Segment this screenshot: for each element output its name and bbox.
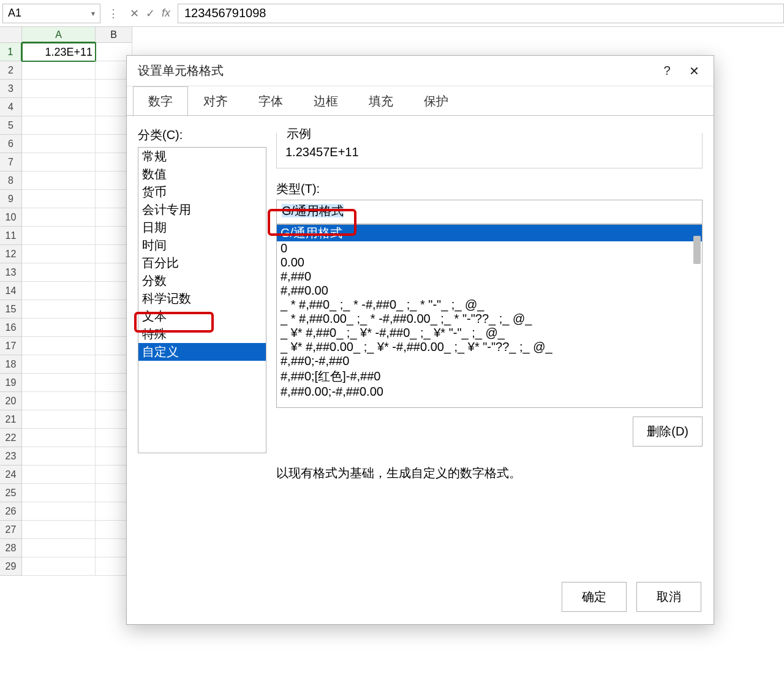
tab-对齐[interactable]: 对齐 [188, 86, 243, 116]
row-header-10[interactable]: 10 [0, 208, 22, 227]
cell-a8[interactable] [22, 172, 96, 190]
format-item[interactable]: _ * #,##0.00_ ;_ * -#,##0.00_ ;_ * "-"??… [277, 312, 702, 326]
row-header-27[interactable]: 27 [0, 521, 22, 539]
dialog-titlebar[interactable]: 设置单元格格式 ? ✕ [127, 56, 714, 86]
format-item[interactable]: #,##0 [277, 270, 702, 284]
cell-a17[interactable] [22, 337, 96, 355]
cell-a7[interactable] [22, 153, 96, 172]
cell-a5[interactable] [22, 116, 96, 135]
column-header-b[interactable]: B [96, 27, 132, 43]
tab-边框[interactable]: 边框 [298, 86, 353, 116]
tab-填充[interactable]: 填充 [353, 86, 409, 116]
row-header-7[interactable]: 7 [0, 153, 22, 172]
column-header-a[interactable]: A [22, 27, 96, 43]
cancel-icon[interactable]: ✕ [126, 6, 142, 21]
cell-a2[interactable] [22, 61, 96, 80]
cell-a28[interactable] [22, 539, 96, 557]
row-header-28[interactable]: 28 [0, 539, 22, 557]
format-item[interactable]: 0.00 [277, 255, 702, 270]
row-header-12[interactable]: 12 [0, 245, 22, 263]
cell-a23[interactable] [22, 447, 96, 466]
format-list[interactable]: G/通用格式00.00#,##0#,##0.00_ * #,##0_ ;_ * … [276, 224, 703, 408]
category-item[interactable]: 科学记数 [138, 290, 266, 307]
format-item[interactable]: #,##0.00;-#,##0.00 [277, 385, 702, 399]
row-header-25[interactable]: 25 [0, 484, 22, 502]
cell-a11[interactable] [22, 227, 96, 245]
cancel-button[interactable]: 取消 [636, 582, 701, 612]
row-header-5[interactable]: 5 [0, 116, 22, 135]
row-header-9[interactable]: 9 [0, 190, 22, 208]
format-item[interactable]: G/通用格式 [277, 225, 702, 241]
row-header-11[interactable]: 11 [0, 227, 22, 245]
cell-a13[interactable] [22, 263, 96, 282]
formula-bar-input[interactable]: 123456791098 [178, 4, 784, 23]
cell-a29[interactable] [22, 557, 96, 576]
scrollbar-thumb[interactable] [693, 236, 701, 264]
chevron-down-icon[interactable]: ▾ [91, 9, 95, 18]
format-item[interactable]: _ ¥* #,##0.00_ ;_ ¥* -#,##0.00_ ;_ ¥* "-… [277, 340, 702, 354]
cell-a1[interactable]: 1.23E+11 [22, 43, 96, 61]
select-all-corner[interactable] [0, 27, 22, 43]
tab-保护[interactable]: 保护 [409, 86, 464, 116]
category-item[interactable]: 时间 [138, 236, 266, 254]
cell-a6[interactable] [22, 135, 96, 153]
format-item[interactable]: 0 [277, 241, 702, 255]
category-item[interactable]: 数值 [138, 165, 266, 183]
category-item[interactable]: 日期 [138, 219, 266, 236]
row-header-22[interactable]: 22 [0, 429, 22, 447]
cell-a19[interactable] [22, 374, 96, 392]
type-input[interactable]: G/通用格式 [276, 200, 703, 224]
row-header-3[interactable]: 3 [0, 80, 22, 98]
name-box[interactable]: A1 ▾ [2, 4, 100, 23]
cell-a4[interactable] [22, 98, 96, 116]
category-item[interactable]: 分数 [138, 272, 266, 290]
row-header-26[interactable]: 26 [0, 502, 22, 521]
row-header-24[interactable]: 24 [0, 466, 22, 484]
tab-字体[interactable]: 字体 [243, 86, 298, 116]
cell-a16[interactable] [22, 319, 96, 337]
format-item[interactable]: #,##0.00 [277, 284, 702, 298]
category-item[interactable]: 特殊 [138, 325, 266, 343]
cell-a20[interactable] [22, 392, 96, 410]
row-header-17[interactable]: 17 [0, 337, 22, 355]
cell-a27[interactable] [22, 521, 96, 539]
format-item[interactable]: _ * #,##0_ ;_ * -#,##0_ ;_ * "-"_ ;_ @_ [277, 298, 702, 312]
row-header-18[interactable]: 18 [0, 355, 22, 374]
row-header-29[interactable]: 29 [0, 557, 22, 576]
cell-a26[interactable] [22, 502, 96, 521]
category-item[interactable]: 常规 [138, 148, 266, 165]
row-header-20[interactable]: 20 [0, 392, 22, 410]
category-item[interactable]: 百分比 [138, 254, 266, 272]
cell-a9[interactable] [22, 190, 96, 208]
cell-a15[interactable] [22, 300, 96, 319]
cell-a12[interactable] [22, 245, 96, 263]
delete-button[interactable]: 删除(D) [633, 417, 703, 447]
cell-a21[interactable] [22, 410, 96, 429]
category-item[interactable]: 会计专用 [138, 201, 266, 219]
cell-a25[interactable] [22, 484, 96, 502]
cell-a18[interactable] [22, 355, 96, 374]
cell-a3[interactable] [22, 80, 96, 98]
format-item[interactable]: #,##0;[红色]-#,##0 [277, 368, 702, 385]
format-item[interactable]: #,##0;-#,##0 [277, 354, 702, 368]
row-header-23[interactable]: 23 [0, 447, 22, 466]
cell-a14[interactable] [22, 282, 96, 300]
row-header-21[interactable]: 21 [0, 410, 22, 429]
row-header-2[interactable]: 2 [0, 61, 22, 80]
category-item[interactable]: 文本 [138, 307, 266, 325]
check-icon[interactable]: ✓ [142, 6, 158, 21]
close-icon[interactable]: ✕ [680, 59, 707, 83]
category-item[interactable]: 自定义 [138, 343, 266, 361]
cell-a24[interactable] [22, 466, 96, 484]
row-header-16[interactable]: 16 [0, 319, 22, 337]
ok-button[interactable]: 确定 [562, 582, 627, 612]
row-header-13[interactable]: 13 [0, 263, 22, 282]
row-header-8[interactable]: 8 [0, 172, 22, 190]
row-header-1[interactable]: 1 [0, 43, 22, 61]
category-list[interactable]: 常规数值货币会计专用日期时间百分比分数科学记数文本特殊自定义 [138, 147, 266, 453]
cell-a22[interactable] [22, 429, 96, 447]
row-header-6[interactable]: 6 [0, 135, 22, 153]
row-header-19[interactable]: 19 [0, 374, 22, 392]
cell-a10[interactable] [22, 208, 96, 227]
category-item[interactable]: 货币 [138, 183, 266, 201]
